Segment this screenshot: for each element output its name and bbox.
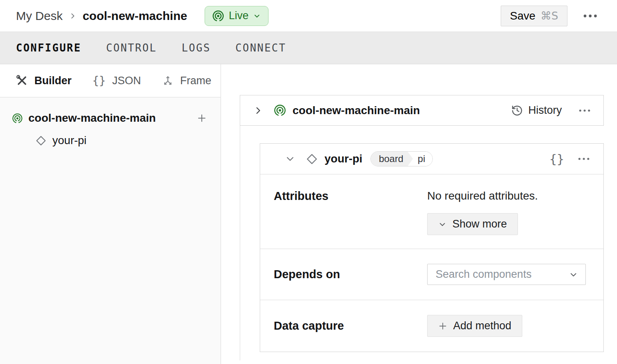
- depends-on-section: Depends on: [260, 249, 603, 300]
- broadcast-icon: [274, 104, 286, 117]
- top-bar: My Desk cool-new-machine Live Save ⌘S: [0, 0, 617, 32]
- save-button[interactable]: Save ⌘S: [501, 6, 567, 26]
- tab-configure[interactable]: CONFIGURE: [16, 42, 81, 54]
- config-panel: cool-new-machine-main History: [221, 64, 617, 364]
- history-button[interactable]: History: [511, 104, 562, 117]
- data-capture-section: Data capture Add method: [260, 300, 603, 352]
- ellipsis-icon: [583, 14, 598, 18]
- machine-tabs: CONFIGURE CONTROL LOGS CONNECT: [0, 32, 617, 64]
- part-expand-button[interactable]: [251, 103, 266, 118]
- attributes-section: Attributes No required attributes. Show …: [260, 174, 603, 249]
- data-capture-label: Data capture: [260, 319, 427, 332]
- component-card-title: your-pi: [324, 152, 362, 165]
- chevron-down-icon: [253, 12, 261, 20]
- tree-item-machine-part[interactable]: cool-new-machine-main: [0, 107, 221, 129]
- frame-axes-icon: [162, 75, 174, 87]
- chevron-right-icon: [69, 12, 77, 20]
- save-shortcut: ⌘S: [541, 10, 558, 22]
- chevron-down-icon: [438, 220, 447, 229]
- part-menu-button[interactable]: [576, 107, 593, 115]
- attributes-label: Attributes: [260, 190, 427, 203]
- part-card-title: cool-new-machine-main: [293, 104, 420, 117]
- machine-page: My Desk cool-new-machine Live Save ⌘S: [0, 0, 617, 364]
- search-components-input[interactable]: [436, 268, 569, 281]
- add-method-button[interactable]: Add method: [427, 315, 522, 337]
- breadcrumb-parent-link[interactable]: My Desk: [16, 9, 63, 23]
- braces-icon: {}: [92, 74, 106, 87]
- broadcast-icon: [12, 113, 23, 124]
- builder-sidebar: Builder {} JSON Frame: [0, 64, 221, 364]
- attributes-empty-text: No required attributes.: [427, 190, 603, 202]
- tab-logs[interactable]: LOGS: [181, 42, 211, 54]
- machine-menu-button[interactable]: [580, 12, 600, 20]
- add-component-button[interactable]: [195, 111, 209, 125]
- component-collapse-button[interactable]: [283, 151, 298, 166]
- component-model: pi: [413, 152, 432, 166]
- machine-part-card: cool-new-machine-main History: [240, 95, 604, 126]
- tree-rail: [240, 126, 240, 360]
- mode-builder-label: Builder: [34, 75, 72, 87]
- component-card-your-pi: your-pi board pi {} Attributes No requir…: [260, 143, 604, 352]
- component-tree: cool-new-machine-main your-pi: [0, 97, 221, 152]
- tools-icon: [16, 75, 28, 87]
- tree-item-your-pi[interactable]: your-pi: [0, 129, 221, 152]
- mode-json-label: JSON: [112, 75, 141, 87]
- tab-control[interactable]: CONTROL: [106, 42, 157, 54]
- depends-on-select[interactable]: [427, 264, 586, 285]
- status-badge-label: Live: [229, 10, 249, 22]
- component-type-badge: board pi: [370, 151, 433, 166]
- history-label: History: [528, 104, 562, 117]
- broadcast-icon: [212, 10, 224, 22]
- show-more-button[interactable]: Show more: [427, 213, 518, 235]
- machine-status-dropdown[interactable]: Live: [205, 6, 269, 26]
- show-more-label: Show more: [452, 218, 507, 230]
- plus-icon: [438, 321, 448, 331]
- mode-json[interactable]: {} JSON: [92, 74, 141, 87]
- edit-json-button[interactable]: {}: [549, 152, 564, 166]
- component-card-header: your-pi board pi {}: [260, 144, 603, 174]
- configure-content: Builder {} JSON Frame: [0, 64, 617, 364]
- component-type: board: [371, 152, 413, 166]
- component-diamond-icon: [35, 135, 47, 146]
- depends-on-label: Depends on: [260, 268, 427, 281]
- component-diamond-icon: [306, 153, 318, 165]
- mode-builder[interactable]: Builder: [16, 75, 72, 87]
- machine-name: cool-new-machine: [83, 9, 187, 23]
- view-mode-toolbar: Builder {} JSON Frame: [0, 64, 221, 97]
- history-icon: [511, 105, 523, 117]
- chevron-down-icon: [569, 270, 578, 279]
- mode-frame-label: Frame: [180, 75, 211, 87]
- breadcrumb: My Desk cool-new-machine: [16, 9, 187, 23]
- tree-part-label: cool-new-machine-main: [28, 112, 156, 125]
- add-method-label: Add method: [453, 320, 512, 332]
- tab-connect[interactable]: CONNECT: [235, 42, 286, 54]
- tree-component-label: your-pi: [52, 134, 87, 147]
- save-label: Save: [510, 10, 535, 22]
- component-menu-button[interactable]: [575, 155, 592, 163]
- mode-frame[interactable]: Frame: [162, 75, 211, 87]
